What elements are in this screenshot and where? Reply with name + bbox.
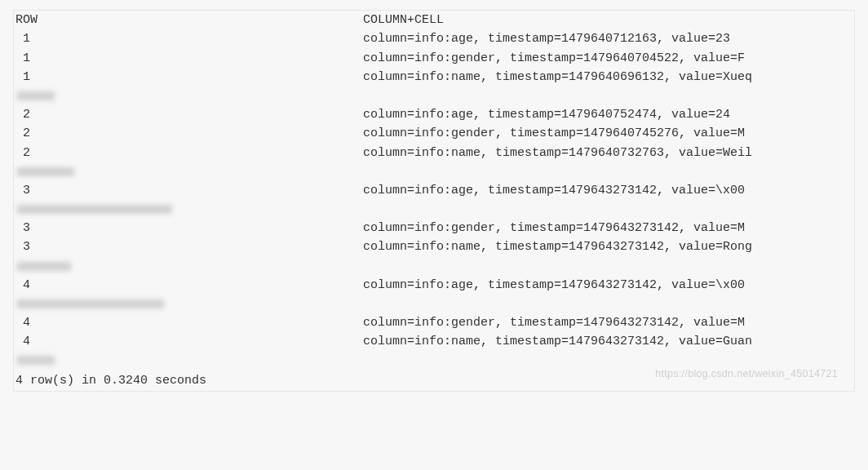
data-row: 2column=info:gender, timestamp=147964074…	[14, 124, 854, 143]
redacted-content	[17, 299, 164, 308]
cell-value: column=info:age, timestamp=1479640752474…	[363, 105, 854, 124]
row-key: 2	[14, 105, 363, 124]
cell-value: column=info:gender, timestamp=1479643273…	[363, 313, 854, 332]
cell-value: column=info:name, timestamp=147964069613…	[363, 68, 854, 86]
redacted-line	[14, 257, 854, 276]
redacted-content	[17, 167, 74, 176]
data-row: 4column=info:name, timestamp=14796432731…	[14, 332, 854, 351]
data-row: 2column=info:name, timestamp=14796407327…	[14, 144, 854, 162]
data-row: 4column=info:age, timestamp=147964327314…	[14, 276, 854, 295]
terminal-output: ROWCOLUMN+CELL 1column=info:age, timesta…	[13, 10, 855, 392]
redacted-line	[14, 86, 854, 105]
cell-value: column=info:gender, timestamp=1479640704…	[363, 49, 854, 68]
row-key: 4	[14, 276, 363, 295]
cell-value: column=info:age, timestamp=1479643273142…	[363, 276, 854, 295]
row-key: 3	[14, 237, 363, 256]
header-cell-label: COLUMN+CELL	[363, 11, 854, 29]
header-row: ROWCOLUMN+CELL	[14, 11, 854, 29]
redacted-line	[14, 162, 854, 181]
row-key: 2	[14, 124, 363, 143]
row-key: 3	[14, 181, 363, 200]
redacted-content	[17, 356, 55, 365]
row-key: 1	[14, 29, 363, 48]
redacted-line	[14, 200, 854, 219]
summary-line: 4 row(s) in 0.3240 seconds	[14, 370, 854, 390]
cell-value: column=info:age, timestamp=1479643273142…	[363, 181, 854, 200]
row-key: 1	[14, 49, 363, 68]
row-key: 1	[14, 68, 363, 86]
header-row-label: ROW	[14, 11, 363, 29]
row-key: 4	[14, 313, 363, 332]
data-row: 1column=info:age, timestamp=147964071216…	[14, 29, 854, 48]
data-row: 3column=info:gender, timestamp=147964327…	[14, 219, 854, 237]
cell-value: column=info:age, timestamp=1479640712163…	[363, 29, 854, 48]
redacted-content	[17, 205, 172, 214]
redacted-content	[17, 91, 55, 100]
data-row: 3column=info:name, timestamp=14796432731…	[14, 237, 854, 256]
data-row: 4column=info:gender, timestamp=147964327…	[14, 313, 854, 332]
redacted-line	[14, 295, 854, 313]
redacted-line	[14, 351, 854, 370]
row-key: 4	[14, 332, 363, 351]
cell-value: column=info:name, timestamp=147964073276…	[363, 144, 854, 162]
data-row: 1column=info:name, timestamp=14796406961…	[14, 68, 854, 86]
cell-value: column=info:gender, timestamp=1479640745…	[363, 124, 854, 143]
cell-value: column=info:gender, timestamp=1479643273…	[363, 219, 854, 237]
cell-value: column=info:name, timestamp=147964327314…	[363, 237, 854, 256]
row-key: 3	[14, 219, 363, 237]
data-row: 1column=info:gender, timestamp=147964070…	[14, 49, 854, 68]
data-row: 3column=info:age, timestamp=147964327314…	[14, 181, 854, 200]
redacted-content	[17, 262, 71, 271]
row-key: 2	[14, 144, 363, 162]
cell-value: column=info:name, timestamp=147964327314…	[363, 332, 854, 351]
data-row: 2column=info:age, timestamp=147964075247…	[14, 105, 854, 124]
